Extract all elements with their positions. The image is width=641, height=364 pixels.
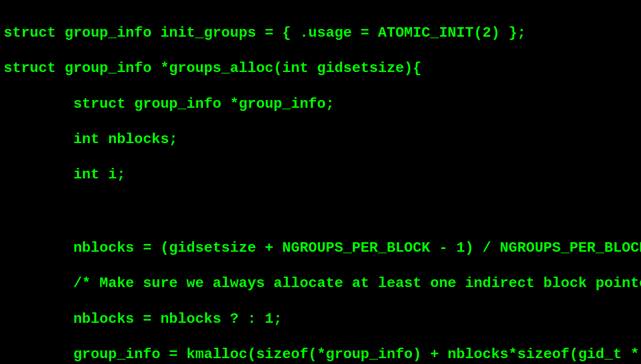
- code-line: struct group_info *groups_alloc(int gids…: [4, 60, 641, 77]
- code-line-empty: [4, 77, 641, 96]
- code-editor: struct group_info init_groups = { .usage…: [4, 8, 641, 363]
- code-line: group_info = kmalloc(sizeof(*group_info)…: [4, 346, 641, 363]
- code-line: int i;: [4, 167, 641, 183]
- code-line-empty: [4, 183, 641, 202]
- code-line: int nblocks;: [4, 131, 641, 148]
- code-line: struct group_info *group_info;: [4, 96, 641, 113]
- code-line: nblocks = (gidsetsize + NGROUPS_PER_BLOC…: [4, 240, 641, 257]
- code-line: nblocks = nblocks ? : 1;: [4, 311, 641, 328]
- code-line-empty: [4, 42, 641, 61]
- code-line-empty: [4, 292, 641, 311]
- code-line-empty: [4, 202, 641, 221]
- code-line-empty: [4, 328, 641, 347]
- code-line-empty: [4, 148, 641, 167]
- code-line: /* Make sure we always allocate at least…: [4, 275, 641, 292]
- code-line-empty: [4, 221, 641, 240]
- code-line-empty: [4, 112, 641, 131]
- code-line-empty: [4, 257, 641, 276]
- code-line: struct group_info init_groups = { .usage…: [4, 25, 641, 42]
